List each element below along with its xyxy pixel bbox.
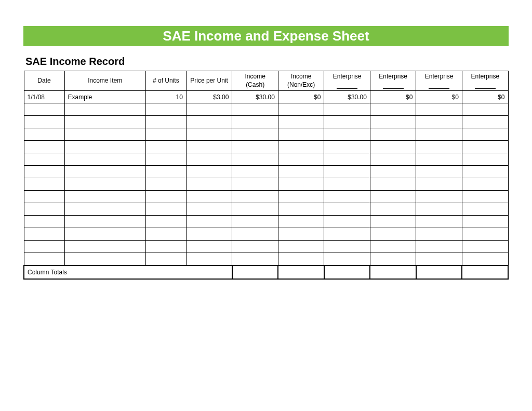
cell: $3.00 xyxy=(186,91,232,103)
cell xyxy=(145,178,186,191)
cell xyxy=(370,128,416,141)
header-price: Price per Unit xyxy=(186,71,232,91)
cell xyxy=(278,228,324,241)
cell: $30.00 xyxy=(232,91,278,103)
table-row xyxy=(24,128,508,141)
cell xyxy=(324,228,370,241)
cell xyxy=(186,103,232,116)
cell xyxy=(324,241,370,253)
table-row xyxy=(24,178,508,191)
table-row xyxy=(24,191,508,203)
cell xyxy=(370,116,416,128)
cell xyxy=(232,266,278,279)
table-row xyxy=(24,228,508,241)
cell xyxy=(278,153,324,166)
table-row xyxy=(24,141,508,153)
cell xyxy=(462,266,508,279)
cell xyxy=(462,203,508,216)
cell xyxy=(24,253,64,266)
cell xyxy=(64,191,145,203)
cell xyxy=(416,128,462,141)
cell xyxy=(232,216,278,228)
cell xyxy=(416,228,462,241)
cell xyxy=(462,141,508,153)
cell xyxy=(324,116,370,128)
cell xyxy=(278,191,324,203)
cell xyxy=(24,166,64,178)
cell xyxy=(462,153,508,166)
cell: $0 xyxy=(278,91,324,103)
cell xyxy=(145,116,186,128)
cell xyxy=(186,203,232,216)
cell xyxy=(278,241,324,253)
cell xyxy=(416,241,462,253)
cell xyxy=(24,241,64,253)
cell xyxy=(232,191,278,203)
cell xyxy=(324,178,370,191)
cell xyxy=(145,128,186,141)
cell xyxy=(145,253,186,266)
cell xyxy=(64,153,145,166)
cell xyxy=(370,103,416,116)
cell xyxy=(416,153,462,166)
page-title: SAE Income and Expense Sheet xyxy=(163,28,369,44)
cell xyxy=(64,253,145,266)
cell xyxy=(186,191,232,203)
cell xyxy=(416,191,462,203)
cell xyxy=(278,103,324,116)
cell xyxy=(370,153,416,166)
cell xyxy=(278,216,324,228)
cell: $0 xyxy=(370,91,416,103)
cell xyxy=(416,216,462,228)
cell xyxy=(462,241,508,253)
cell xyxy=(278,141,324,153)
cell xyxy=(64,216,145,228)
cell xyxy=(278,166,324,178)
cell xyxy=(324,203,370,216)
cell xyxy=(278,116,324,128)
cell xyxy=(416,178,462,191)
cell xyxy=(416,103,462,116)
cell xyxy=(186,241,232,253)
cell xyxy=(186,128,232,141)
cell xyxy=(324,253,370,266)
cell xyxy=(24,203,64,216)
cell xyxy=(232,128,278,141)
cell xyxy=(416,166,462,178)
cell xyxy=(232,153,278,166)
cell xyxy=(64,178,145,191)
cell xyxy=(324,266,370,279)
cell xyxy=(145,203,186,216)
cell xyxy=(24,216,64,228)
cell xyxy=(64,141,145,153)
cell xyxy=(186,166,232,178)
cell xyxy=(324,191,370,203)
cell xyxy=(462,116,508,128)
cell xyxy=(64,241,145,253)
cell xyxy=(186,116,232,128)
cell xyxy=(232,116,278,128)
cell xyxy=(64,116,145,128)
cell xyxy=(24,128,64,141)
cell xyxy=(370,203,416,216)
table-row: 1/1/08Example10$3.00$30.00$0$30.00$0$0$0 xyxy=(24,91,508,103)
cell xyxy=(416,141,462,153)
cell xyxy=(462,178,508,191)
cell xyxy=(416,116,462,128)
cell: $30.00 xyxy=(324,91,370,103)
table-row xyxy=(24,241,508,253)
cell xyxy=(186,216,232,228)
cell xyxy=(462,128,508,141)
cell: Example xyxy=(64,91,145,103)
cell xyxy=(145,228,186,241)
cell xyxy=(370,253,416,266)
cell xyxy=(370,141,416,153)
cell: $0 xyxy=(462,91,508,103)
cell xyxy=(232,103,278,116)
cell xyxy=(370,241,416,253)
cell xyxy=(370,228,416,241)
cell xyxy=(324,141,370,153)
cell xyxy=(232,203,278,216)
cell xyxy=(145,216,186,228)
cell xyxy=(370,191,416,203)
